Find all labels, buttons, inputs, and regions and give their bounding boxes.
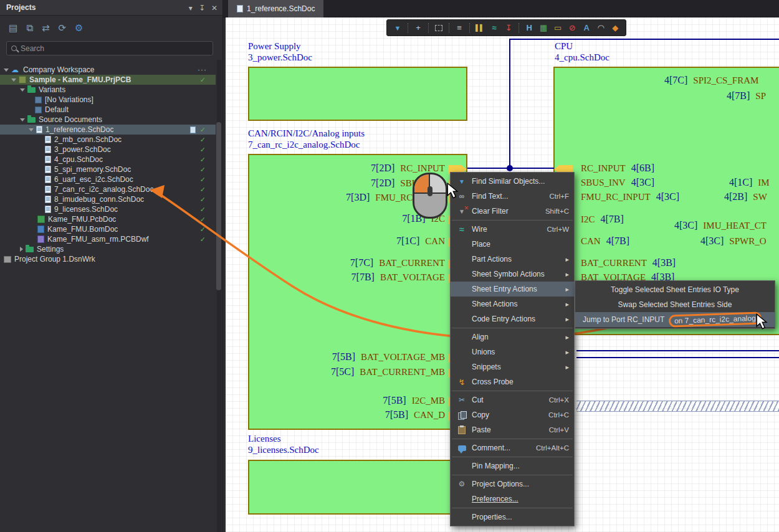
sheet-entry-cpu-spwr[interactable]: 4[3C]SPWR_O bbox=[700, 235, 767, 247]
tree-item-2-mb-conn[interactable]: 2_mb_conn.SchDoc bbox=[0, 135, 216, 145]
tab-1-reference[interactable]: 1_reference.SchDoc bbox=[228, 0, 323, 17]
sheet-symbol-licenses[interactable] bbox=[248, 460, 467, 515]
sheet-symbol-power[interactable] bbox=[248, 67, 467, 121]
menu-item-sheet-symbol-actions[interactable]: Sheet Symbol Actions bbox=[451, 267, 574, 282]
menu-item-copy[interactable]: Copy Ctrl+C bbox=[451, 407, 574, 422]
menu-item-cross-probe[interactable]: Cross Probe bbox=[451, 374, 574, 389]
caret-icon[interactable] bbox=[20, 88, 25, 92]
tree-item-variants[interactable]: Variants bbox=[0, 85, 216, 95]
sheet-entry-cpu-sw[interactable]: 4[2B]SW bbox=[724, 191, 767, 202]
submenu-item-jump-to-port[interactable]: Jump to Port RC_INPUT on 7_can_rc_i2c_an… bbox=[575, 312, 775, 327]
sheet-entry-bat-current[interactable]: 7[7C]BAT_CURRENT bbox=[243, 257, 445, 268]
scrollbar-thumb[interactable] bbox=[216, 122, 221, 290]
tree-item-settings[interactable]: Settings bbox=[0, 244, 216, 254]
align-icon[interactable]: ≡ bbox=[455, 23, 464, 32]
menu-item-sheet-actions[interactable]: Sheet Actions bbox=[451, 297, 574, 311]
panel-scrollbar[interactable] bbox=[217, 60, 222, 532]
search-input[interactable] bbox=[21, 44, 208, 53]
caret-icon[interactable] bbox=[4, 69, 9, 72]
arc-icon[interactable]: ◠ bbox=[596, 23, 605, 32]
menu-item-code-entry-actions[interactable]: Code Entry Actions bbox=[451, 311, 574, 326]
caret-icon[interactable] bbox=[20, 247, 23, 252]
caret-icon[interactable] bbox=[29, 128, 34, 131]
text-string-icon[interactable]: A bbox=[582, 23, 591, 32]
menu-item-wire[interactable]: Wire Ctrl+W bbox=[451, 222, 574, 237]
no-erc-icon[interactable]: ⊘ bbox=[568, 23, 576, 32]
close-icon[interactable]: ✕ bbox=[211, 4, 217, 12]
menu-item-properties[interactable]: Properties... bbox=[451, 510, 574, 525]
probe-icon[interactable]: ↧ bbox=[504, 23, 513, 32]
search-box[interactable] bbox=[6, 41, 213, 55]
wire[interactable] bbox=[576, 350, 779, 351]
menu-item-find-text[interactable]: Find Text... Ctrl+F bbox=[451, 189, 574, 204]
menu-item-place[interactable]: Place bbox=[451, 237, 574, 252]
compare-icon[interactable]: ⇄ bbox=[42, 22, 50, 34]
menu-item-comment[interactable]: Comment... Ctrl+Alt+C bbox=[451, 440, 574, 455]
tree-item-6-uart-esc-i2c[interactable]: 6_uart_esc_i2c.SchDoc bbox=[0, 174, 216, 184]
menu-item-part-actions[interactable]: Part Actions bbox=[451, 252, 574, 267]
menu-item-paste[interactable]: Paste Ctrl+V bbox=[451, 422, 574, 437]
more-options-icon[interactable] bbox=[198, 65, 207, 74]
tree-item-pcbdwf[interactable]: Kame_FMU_asm_rm.PCBDwf bbox=[0, 234, 216, 244]
sheet-entry-cpu-spi2-cs-fram[interactable]: 4[7C]SPI2_CS_FRAM bbox=[664, 75, 758, 86]
sheet-entry-bat-current-mb[interactable]: 7[5C]BAT_CURRENT_MB bbox=[243, 366, 445, 378]
caret-icon[interactable] bbox=[11, 78, 16, 82]
menu-item-snippets[interactable]: Snippets bbox=[451, 359, 574, 374]
pin-icon[interactable]: ↧ bbox=[199, 4, 205, 12]
menu-item-find-similar-objects[interactable]: Find Similar Objects... bbox=[451, 174, 574, 189]
caret-icon[interactable] bbox=[20, 118, 25, 121]
settings-gear-icon[interactable]: ⚙ bbox=[75, 22, 83, 34]
sheet-entry-cpu-i2c[interactable]: I2C4[7B] bbox=[581, 214, 624, 225]
tree-item-company-workspace[interactable]: ☁ Company Workspace bbox=[0, 65, 216, 75]
menu-item-project-options[interactable]: Project Options... bbox=[451, 477, 574, 492]
tree-item-4-cpu[interactable]: 4_cpu.SchDoc bbox=[0, 154, 216, 164]
tree-item-7-can-rc-i2c-analog[interactable]: 7_can_rc_i2c_analog.SchDoc bbox=[0, 184, 216, 194]
bus-hatch[interactable] bbox=[576, 401, 779, 412]
menu-item-cut[interactable]: Cut Ctrl+X bbox=[451, 392, 574, 407]
sheet-symbol-icon[interactable]: ▦ bbox=[539, 23, 548, 32]
net-label-icon[interactable]: H bbox=[525, 23, 533, 32]
selection-box-icon[interactable] bbox=[434, 25, 443, 31]
sheet-entry-cpu-can[interactable]: CAN4[7B] bbox=[581, 235, 629, 247]
menu-item-sheet-entry-actions[interactable]: Sheet Entry Actions bbox=[451, 282, 574, 297]
tree-item-no-variations[interactable]: [No Variations] bbox=[0, 95, 216, 105]
sheet-entry-bat-voltage-mb[interactable]: 7[5B]BAT_VOLTAGE_MB bbox=[243, 351, 445, 363]
sheet-entry-can-d[interactable]: 7[5B]CAN_D bbox=[243, 409, 445, 420]
wire[interactable] bbox=[509, 39, 779, 40]
wire[interactable] bbox=[576, 357, 779, 358]
parameter-icon[interactable]: ◆ bbox=[611, 23, 619, 32]
sheet-entry-cpu-imu-heat[interactable]: 4[3C]IMU_HEAT_CT bbox=[674, 220, 767, 231]
wire[interactable] bbox=[509, 39, 510, 169]
tree-item-8-imudebug-conn[interactable]: 8_imudebug_conn.SchDoc bbox=[0, 194, 216, 204]
sheet-entry-cpu-fmu-rc-input[interactable]: FMU_RC_INPUT4[3C] bbox=[581, 191, 679, 202]
tree-item-project[interactable]: Sample - Kame_FMU.PrjPCB bbox=[0, 75, 216, 85]
refresh-icon[interactable]: ⟳ bbox=[58, 22, 66, 34]
tree-item-source-documents[interactable]: Source Documents bbox=[0, 115, 216, 125]
tree-item-5-spi-memory[interactable]: 5_spi_memory.SchDoc bbox=[0, 164, 216, 174]
tree-item-default[interactable]: Default bbox=[0, 105, 216, 115]
port-icon[interactable]: ▭ bbox=[553, 23, 562, 32]
sheet-entry-cpu-bat-current[interactable]: BAT_CURRENT4[3B] bbox=[581, 257, 676, 268]
wire-icon[interactable]: ≈ bbox=[490, 23, 499, 32]
documents-icon[interactable]: ⧉ bbox=[26, 22, 33, 34]
filter-icon[interactable]: ▼ bbox=[393, 24, 402, 32]
tree-item-1-reference[interactable]: 1_reference.SchDoc bbox=[0, 125, 216, 135]
sheet-entry-i2c[interactable]: 7[1B]I2C bbox=[243, 213, 445, 224]
sheet-entry-bat-voltage[interactable]: 7[7B]BAT_VOLTAGE bbox=[243, 272, 445, 283]
tree-item-3-power[interactable]: 3_power.SchDoc bbox=[0, 145, 216, 154]
sheet-entry-cpu-spi[interactable]: 4[7B]SP bbox=[727, 90, 766, 102]
save-icon[interactable]: ▤ bbox=[9, 22, 17, 34]
submenu-item-toggle-io-type[interactable]: Toggle Selected Sheet Entries IO Type bbox=[575, 282, 775, 297]
sheet-entry-rc-input[interactable]: 7[2D]RC_INPUT bbox=[243, 163, 445, 174]
menu-item-unions[interactable]: Unions bbox=[451, 344, 574, 359]
bus-icon[interactable]: ▌▌ bbox=[476, 24, 484, 31]
tree-item-project-group[interactable]: Project Group 1.DsnWrk bbox=[0, 254, 216, 264]
menu-item-pin-mapping[interactable]: Pin Mapping... bbox=[451, 458, 574, 473]
menu-item-preferences[interactable]: Preferences... bbox=[451, 492, 574, 506]
sheet-entry-i2c-mb[interactable]: 7[5B]I2C_MB bbox=[243, 395, 445, 406]
sheet-entry-can[interactable]: 7[1C]CAN bbox=[243, 235, 445, 247]
crosshair-icon[interactable]: + bbox=[414, 23, 423, 32]
sheet-entry-cpu-rc-input[interactable]: RC_INPUT4[6B] bbox=[581, 163, 654, 174]
tree-item-pcbdoc[interactable]: Kame_FMU.PcbDoc bbox=[0, 214, 216, 224]
tree-item-bomdoc[interactable]: Kame_FMU.BomDoc bbox=[0, 224, 216, 234]
